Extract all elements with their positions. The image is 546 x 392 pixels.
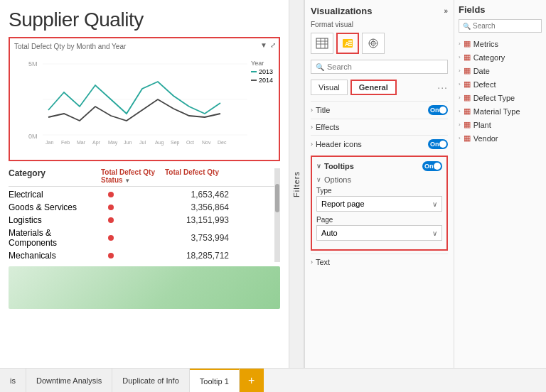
- field-item-metrics[interactable]: › ▦ Metrics: [459, 37, 542, 50]
- svg-text:Jun: Jun: [124, 140, 132, 145]
- type-label: Type: [316, 187, 442, 195]
- field-icon-date: ▦: [464, 66, 471, 75]
- fields-panel: Fields 🔍 › ▦ Metrics › ▦ Category › ▦ Da…: [454, 0, 546, 368]
- tab-is[interactable]: is: [0, 369, 26, 392]
- data-table: Category Total Defect Qty Status ▼ Total…: [9, 168, 280, 262]
- filters-panel[interactable]: Filters: [289, 0, 304, 368]
- tab-visual[interactable]: Visual: [311, 80, 348, 95]
- svg-text:May: May: [108, 140, 118, 146]
- field-item-date[interactable]: › ▦ Date: [459, 64, 542, 77]
- field-item-material-type[interactable]: › ▦ Material Type: [459, 104, 542, 118]
- chevron-right-plant: ›: [459, 121, 461, 128]
- chart-title: Total Defect Qty by Month and Year: [14, 43, 274, 50]
- report-title: Supplier Quality: [9, 9, 280, 31]
- field-icon-material: ▦: [464, 107, 471, 116]
- fields-title: Fields: [459, 4, 542, 15]
- section-headericons-label: Header icons: [316, 140, 362, 148]
- section-text-label: Text: [316, 258, 330, 266]
- viz-icon-format[interactable]: A: [336, 33, 359, 54]
- tab-downtime[interactable]: Downtime Analysis: [26, 369, 112, 392]
- status-dot: [108, 217, 114, 223]
- viz-search-box[interactable]: 🔍: [311, 60, 448, 74]
- chevron-right-headericons: ›: [311, 141, 313, 148]
- field-icon-plant: ▦: [464, 120, 471, 129]
- section-header-icons[interactable]: › Header icons On: [311, 135, 448, 153]
- viz-expand-icon[interactable]: »: [444, 7, 448, 15]
- section-effects[interactable]: › Effects: [311, 119, 448, 135]
- tab-more-options[interactable]: ···: [437, 82, 448, 93]
- chart-svg: 5M 0M Jan Feb Mar Apr May Jun Jul Aug: [14, 53, 274, 146]
- svg-text:Feb: Feb: [61, 140, 70, 145]
- svg-text:Nov: Nov: [202, 140, 211, 145]
- svg-text:0M: 0M: [28, 133, 38, 140]
- field-label-vendor: Vendor: [473, 134, 498, 143]
- table-row: Mechanicals 18,285,712: [9, 249, 280, 262]
- row-qty: 1,653,462: [165, 190, 229, 200]
- field-item-defect[interactable]: › ▦ Defect: [459, 77, 542, 91]
- field-label-category: Category: [473, 53, 505, 62]
- page-dropdown[interactable]: Auto ∨: [316, 225, 442, 241]
- table-row: Electrical 1,653,462: [9, 188, 280, 201]
- svg-text:5M: 5M: [28, 60, 38, 67]
- section-title[interactable]: › Title On: [311, 101, 448, 119]
- filters-label[interactable]: Filters: [292, 171, 301, 197]
- tab-general[interactable]: General: [350, 80, 397, 95]
- toggle-title[interactable]: On: [428, 105, 448, 115]
- viz-icon-analytics[interactable]: [362, 33, 385, 54]
- field-icon-metrics: ▦: [464, 39, 471, 48]
- tooltips-section: ∨ Tooltips On ∨ Options Type Report page…: [311, 156, 448, 251]
- section-effects-label: Effects: [316, 123, 339, 131]
- table-row: Materials & Components 3,753,994: [9, 227, 280, 249]
- field-icon-category: ▦: [464, 53, 471, 62]
- table-row: Goods & Services 3,356,864: [9, 201, 280, 214]
- type-dropdown[interactable]: Report page ∨: [316, 196, 442, 212]
- svg-text:Dec: Dec: [218, 140, 227, 145]
- col-defect-status: Total Defect Qty Status ▼: [101, 168, 165, 184]
- scrollbar-thumb[interactable]: [275, 184, 279, 212]
- page-dropdown-arrow: ∨: [432, 229, 437, 237]
- section-text[interactable]: › Text: [311, 254, 448, 270]
- fields-search-box[interactable]: 🔍: [459, 19, 542, 33]
- tooltips-label: Tooltips: [324, 162, 354, 170]
- viz-search-input[interactable]: [327, 62, 443, 71]
- status-dot: [108, 253, 114, 258]
- field-item-category[interactable]: › ▦ Category: [459, 50, 542, 64]
- format-visual-label: Format visual: [311, 21, 448, 28]
- col-category: Category: [9, 168, 101, 184]
- chevron-down-tooltips[interactable]: ∨: [316, 163, 321, 170]
- sort-icon[interactable]: ▼: [124, 178, 130, 184]
- table-scrollbar[interactable]: [274, 168, 280, 262]
- chevron-right-defect: ›: [459, 81, 461, 87]
- fields-search-input[interactable]: [473, 22, 537, 30]
- tab-tooltip1[interactable]: Tooltip 1: [190, 369, 240, 392]
- chevron-right-effects: ›: [311, 124, 313, 131]
- type-dropdown-value: Report page: [321, 200, 365, 208]
- viz-search-icon: 🔍: [316, 63, 324, 71]
- page-label: Page: [316, 216, 442, 224]
- visualizations-panel: Visualizations » Format visual A: [304, 0, 454, 368]
- field-item-defect-type[interactable]: › ▦ Defect Type: [459, 91, 542, 104]
- svg-rect-17: [316, 38, 328, 48]
- col-defect-qty: Total Defect Qty: [165, 168, 229, 184]
- chevron-down-options[interactable]: ∨: [316, 176, 321, 183]
- table-row: Logistics 13,151,993: [9, 214, 280, 227]
- chart-filter-icon[interactable]: ▼: [260, 41, 267, 49]
- chevron-right-material: ›: [459, 108, 461, 114]
- field-item-plant[interactable]: › ▦ Plant: [459, 118, 542, 131]
- field-item-vendor[interactable]: › ▦ Vendor: [459, 131, 542, 145]
- status-dot: [108, 235, 114, 241]
- chevron-right-metrics: ›: [459, 40, 461, 47]
- field-label-date: Date: [473, 67, 490, 75]
- chart-expand-icon[interactable]: ⤢: [270, 41, 276, 49]
- row-category: Mechanicals: [9, 251, 101, 261]
- tab-bar: is Downtime Analysis Duplicate of Info T…: [0, 368, 546, 392]
- chart-legend: Year 2013 2014: [251, 60, 273, 85]
- tab-add-button[interactable]: +: [240, 369, 264, 392]
- legend-2014: 2014: [259, 77, 273, 84]
- toggle-header-icons[interactable]: On: [428, 139, 448, 149]
- section-title-label: Title: [316, 106, 330, 114]
- toggle-tooltips[interactable]: On: [422, 161, 442, 171]
- viz-icon-table[interactable]: [311, 33, 333, 54]
- row-qty: 3,356,864: [165, 202, 229, 212]
- tab-duplicate-info[interactable]: Duplicate of Info: [112, 369, 190, 392]
